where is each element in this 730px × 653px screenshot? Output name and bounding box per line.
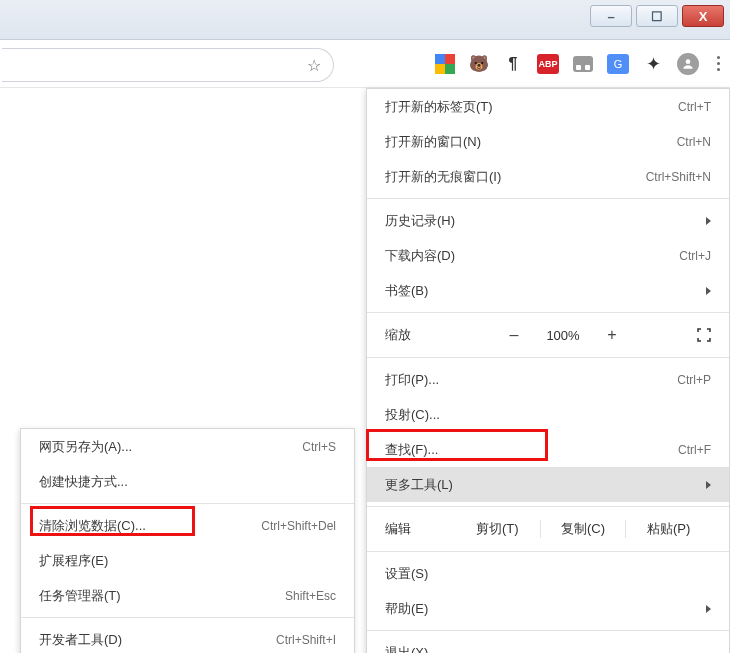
- submenu-create-shortcut[interactable]: 创建快捷方式...: [21, 464, 354, 499]
- zoom-value: 100%: [538, 328, 588, 343]
- menu-zoom-row: 缩放 – 100% +: [367, 317, 729, 353]
- zoom-in-button[interactable]: +: [598, 326, 626, 344]
- menu-print[interactable]: 打印(P)...Ctrl+P: [367, 362, 729, 397]
- chevron-right-icon: [706, 605, 711, 613]
- menu-new-tab[interactable]: 打开新的标签页(T)Ctrl+T: [367, 89, 729, 124]
- maximize-button[interactable]: ☐: [636, 5, 678, 27]
- chevron-right-icon: [706, 287, 711, 295]
- menu-cast[interactable]: 投射(C)...: [367, 397, 729, 432]
- menu-bookmarks[interactable]: 书签(B): [367, 273, 729, 308]
- edit-copy-button[interactable]: 复制(C): [540, 520, 626, 538]
- edit-label: 编辑: [385, 520, 455, 538]
- svg-point-0: [686, 59, 691, 64]
- bookmark-star-icon[interactable]: ☆: [307, 56, 321, 75]
- menu-more-tools[interactable]: 更多工具(L): [367, 467, 729, 502]
- close-button[interactable]: X: [682, 5, 724, 27]
- menu-exit[interactable]: 退出(X): [367, 635, 729, 653]
- chevron-right-icon: [706, 217, 711, 225]
- menu-new-window[interactable]: 打开新的窗口(N)Ctrl+N: [367, 124, 729, 159]
- bear-extension-icon[interactable]: 🐻: [469, 54, 489, 74]
- main-menu: 打开新的标签页(T)Ctrl+T 打开新的窗口(N)Ctrl+N 打开新的无痕窗…: [366, 88, 730, 653]
- submenu-extensions[interactable]: 扩展程序(E): [21, 543, 354, 578]
- address-bar[interactable]: ☆: [2, 48, 334, 82]
- profile-avatar-icon[interactable]: [677, 53, 699, 75]
- minimize-button[interactable]: –: [590, 5, 632, 27]
- submenu-task-manager[interactable]: 任务管理器(T)Shift+Esc: [21, 578, 354, 613]
- menu-find[interactable]: 查找(F)...Ctrl+F: [367, 432, 729, 467]
- menu-history[interactable]: 历史记录(H): [367, 203, 729, 238]
- more-tools-submenu: 网页另存为(A)...Ctrl+S 创建快捷方式... 清除浏览数据(C)...…: [20, 428, 355, 653]
- zoom-out-button[interactable]: –: [500, 326, 528, 344]
- chevron-right-icon: [706, 481, 711, 489]
- menu-downloads[interactable]: 下载内容(D)Ctrl+J: [367, 238, 729, 273]
- menu-help[interactable]: 帮助(E): [367, 591, 729, 626]
- submenu-save-as[interactable]: 网页另存为(A)...Ctrl+S: [21, 429, 354, 464]
- menu-incognito[interactable]: 打开新的无痕窗口(I)Ctrl+Shift+N: [367, 159, 729, 194]
- browser-toolbar: ☆ 🐻 ¶ ABP G ✦: [0, 40, 730, 88]
- edit-paste-button[interactable]: 粘贴(P): [625, 520, 711, 538]
- pilcrow-extension-icon[interactable]: ¶: [503, 54, 523, 74]
- kebab-menu-icon[interactable]: [713, 52, 724, 75]
- titlebar: – ☐ X: [0, 0, 730, 40]
- edit-cut-button[interactable]: 剪切(T): [455, 520, 540, 538]
- extensions-puzzle-icon[interactable]: ✦: [643, 54, 663, 74]
- grid-extension-icon[interactable]: [435, 54, 455, 74]
- extensions-tray: 🐻 ¶ ABP G ✦: [435, 52, 724, 75]
- translate-extension-icon[interactable]: G: [607, 54, 629, 74]
- submenu-clear-data[interactable]: 清除浏览数据(C)...Ctrl+Shift+Del: [21, 508, 354, 543]
- window-controls: – ☐ X: [590, 5, 724, 27]
- panel-extension-icon[interactable]: [573, 56, 593, 72]
- fullscreen-icon[interactable]: [697, 328, 711, 342]
- submenu-devtools[interactable]: 开发者工具(D)Ctrl+Shift+I: [21, 622, 354, 653]
- menu-edit-row: 编辑 剪切(T) 复制(C) 粘贴(P): [367, 511, 729, 547]
- abp-extension-icon[interactable]: ABP: [537, 54, 559, 74]
- menu-settings[interactable]: 设置(S): [367, 556, 729, 591]
- zoom-label: 缩放: [385, 326, 490, 344]
